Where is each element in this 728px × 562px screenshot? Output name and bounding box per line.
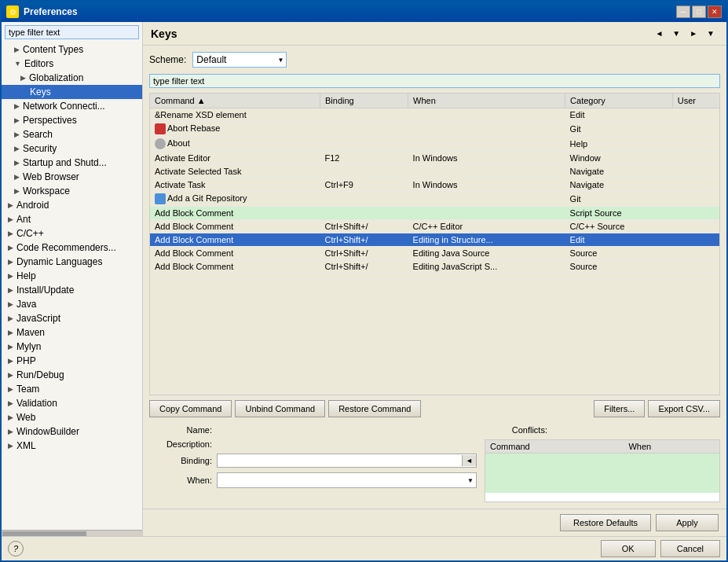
- copy-command-button[interactable]: Copy Command: [149, 400, 232, 417]
- table-row[interactable]: Add Block CommentCtrl+Shift+/C/C++ Edito…: [150, 220, 719, 233]
- cell-when: [408, 108, 565, 122]
- sidebar-item-label: Editors: [24, 58, 53, 69]
- table-row[interactable]: Add Block CommentCtrl+Shift+/Editing Jav…: [150, 247, 719, 260]
- nav-back-button[interactable]: ◄: [651, 27, 667, 40]
- sidebar-item-java[interactable]: ▶Java: [2, 297, 142, 311]
- restore-command-button[interactable]: Restore Command: [328, 400, 421, 417]
- col-user[interactable]: User: [672, 94, 719, 108]
- col-binding[interactable]: Binding: [320, 94, 408, 108]
- maximize-button[interactable]: □: [692, 6, 706, 18]
- sidebar-item-maven[interactable]: ▶Maven: [2, 325, 142, 340]
- unbind-command-button[interactable]: Unbind Command: [235, 400, 325, 417]
- table-row[interactable]: &Rename XSD elementEdit: [150, 108, 719, 122]
- sidebar-item-dynamic-languages[interactable]: ▶Dynamic Languages: [2, 255, 142, 269]
- preferences-window: ⚙ Preferences ─ □ ✕ ▶Content Types▼Edito…: [0, 0, 728, 562]
- sidebar-item-label: Maven: [16, 327, 45, 338]
- col-category[interactable]: Category: [565, 94, 673, 108]
- cell-category: Edit: [565, 233, 673, 247]
- sidebar-item-javascript[interactable]: ▶JavaScript: [2, 311, 142, 325]
- binding-input-button[interactable]: ◄: [462, 455, 476, 466]
- sidebar-item-content-types[interactable]: ▶Content Types: [2, 42, 142, 57]
- sidebar-item-keys[interactable]: Keys: [2, 85, 142, 99]
- table-row[interactable]: AboutHelp: [150, 137, 719, 152]
- tree-expand-icon: ▶: [8, 258, 13, 266]
- export-csv-button[interactable]: Export CSV...: [648, 400, 720, 417]
- sidebar-item-label: WindowBuilder: [16, 426, 79, 437]
- cancel-button[interactable]: Cancel: [660, 540, 720, 557]
- nav-forward-button[interactable]: ►: [686, 27, 701, 40]
- table-row[interactable]: Abort RebaseGit: [150, 122, 719, 137]
- conflicts-content: [485, 454, 719, 493]
- cell-user: [672, 207, 719, 220]
- sidebar-item-editors[interactable]: ▼Editors: [2, 57, 142, 71]
- sidebar-item-run-debug[interactable]: ▶Run/Debug: [2, 368, 142, 382]
- sidebar-item-ant[interactable]: ▶Ant: [2, 212, 142, 226]
- sidebar-item-workspace[interactable]: ▶Workspace: [2, 184, 142, 198]
- main-content: ▶Content Types▼Editors▶GlobalizationKeys…: [2, 22, 726, 536]
- sidebar-item-team[interactable]: ▶Team: [2, 382, 142, 396]
- col-when[interactable]: When: [408, 94, 565, 108]
- keys-filter-input[interactable]: [149, 74, 720, 88]
- sidebar-item-label: Run/Debug: [16, 369, 64, 380]
- nav-dropdown-button[interactable]: ▼: [668, 27, 684, 40]
- sidebar-item-code-recommenders---[interactable]: ▶Code Recommenders...: [2, 241, 142, 255]
- sidebar-item-validation[interactable]: ▶Validation: [2, 396, 142, 410]
- table-row[interactable]: Add Block CommentCtrl+Shift+/Editing in …: [150, 233, 719, 247]
- title-bar-buttons: ─ □ ✕: [676, 6, 722, 18]
- sidebar-item-install-update[interactable]: ▶Install/Update: [2, 283, 142, 297]
- sidebar-item-label: Security: [23, 143, 57, 154]
- sidebar-item-label: Android: [16, 200, 49, 211]
- minimize-button[interactable]: ─: [676, 6, 690, 18]
- sidebar-item-search[interactable]: ▶Search: [2, 127, 142, 141]
- table-row[interactable]: Activate Selected TaskNavigate: [150, 165, 719, 178]
- sidebar-item-label: XML: [16, 440, 36, 451]
- sidebar-item-windowbuilder[interactable]: ▶WindowBuilder: [2, 424, 142, 439]
- sidebar-item-globalization[interactable]: ▶Globalization: [2, 71, 142, 85]
- sidebar-item-network-connecti---[interactable]: ▶Network Connecti...: [2, 99, 142, 113]
- conflicts-col-command: Command: [485, 440, 624, 453]
- filters-button[interactable]: Filters...: [594, 400, 645, 417]
- scheme-select[interactable]: Default Emacs: [192, 52, 287, 68]
- tree-expand-icon: ▶: [14, 159, 20, 167]
- sidebar-item-php[interactable]: ▶PHP: [2, 354, 142, 368]
- ok-button[interactable]: OK: [601, 540, 656, 557]
- table-row[interactable]: Add a Git RepositoryGit: [150, 192, 719, 207]
- sidebar-item-label: Dynamic Languages: [16, 256, 102, 267]
- panel-body: Scheme: Default Emacs ▼: [143, 46, 726, 509]
- sidebar-item-web-browser[interactable]: ▶Web Browser: [2, 170, 142, 184]
- when-select[interactable]: [217, 472, 477, 488]
- sidebar-item-security[interactable]: ▶Security: [2, 141, 142, 156]
- binding-input[interactable]: [218, 454, 462, 467]
- cell-command: Add Block Comment: [150, 220, 320, 233]
- sidebar-item-android[interactable]: ▶Android: [2, 198, 142, 212]
- restore-defaults-button[interactable]: Restore Defaults: [560, 514, 651, 531]
- command-buttons: Copy Command Unbind Command Restore Comm…: [149, 400, 720, 417]
- nav-dropdown2-button[interactable]: ▼: [703, 27, 719, 40]
- binding-row: Binding: ◄: [149, 454, 477, 468]
- sidebar-scroll[interactable]: [2, 530, 142, 536]
- table-row[interactable]: Add Block CommentCtrl+Shift+/Editing Jav…: [150, 260, 719, 274]
- cell-when: [408, 207, 565, 220]
- tree-expand-icon: ▶: [8, 385, 13, 393]
- sidebar-filter-input[interactable]: [5, 25, 139, 39]
- sidebar-item-perspectives[interactable]: ▶Perspectives: [2, 113, 142, 127]
- cell-when: Editing in Structure...: [408, 233, 565, 247]
- cell-binding: [320, 165, 408, 178]
- sidebar-item-c-c--[interactable]: ▶C/C++: [2, 226, 142, 241]
- sidebar-item-mylyn[interactable]: ▶Mylyn: [2, 340, 142, 354]
- table-row[interactable]: Activate EditorF12In WindowsWindow: [150, 152, 719, 165]
- close-button[interactable]: ✕: [708, 6, 722, 18]
- table-row[interactable]: Activate TaskCtrl+F9In WindowsNavigate: [150, 178, 719, 192]
- tree-expand-icon: ▶: [8, 314, 13, 322]
- tree-expand-icon: ▶: [8, 428, 13, 435]
- apply-button[interactable]: Apply: [656, 514, 719, 531]
- keys-table-scroll[interactable]: Command ▲ Binding When Category User &Re…: [150, 94, 719, 395]
- sidebar-item-web[interactable]: ▶Web: [2, 410, 142, 424]
- col-command[interactable]: Command ▲: [150, 94, 320, 108]
- table-row[interactable]: Add Block CommentScript Source: [150, 207, 719, 220]
- sidebar-item-xml[interactable]: ▶XML: [2, 439, 142, 453]
- sidebar-item-startup-and-shutd---[interactable]: ▶Startup and Shutd...: [2, 156, 142, 170]
- sidebar-item-help[interactable]: ▶Help: [2, 269, 142, 283]
- help-button[interactable]: ?: [8, 541, 24, 556]
- sidebar-item-label: Search: [23, 129, 53, 140]
